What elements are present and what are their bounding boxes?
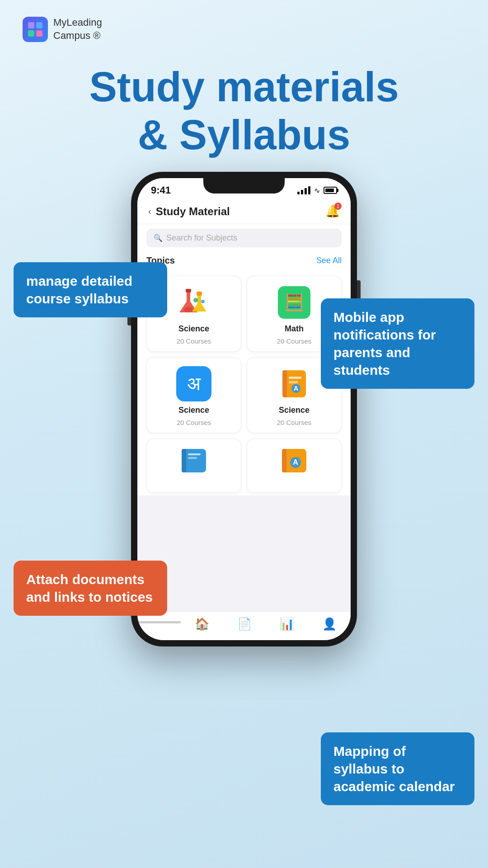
profile-icon: 👤 bbox=[322, 617, 337, 631]
svg-rect-13 bbox=[289, 377, 301, 379]
svg-rect-19 bbox=[188, 453, 201, 455]
tooltip-attach: Attach documents and links to notices bbox=[14, 561, 167, 616]
search-input-wrap[interactable]: 🔍 Search for Subjects bbox=[146, 229, 342, 247]
logo-icon bbox=[23, 17, 48, 42]
card-name-book: Science bbox=[279, 406, 310, 415]
nav-home[interactable]: 🏠 bbox=[195, 617, 209, 631]
phone-screen: 9:41 ∿ bbox=[137, 178, 351, 640]
nav-profile[interactable]: 👤 bbox=[322, 617, 337, 631]
tooltip-mobile: Mobile app notifications for parents and… bbox=[321, 298, 474, 389]
document-icon: 📄 bbox=[237, 617, 252, 631]
battery-icon bbox=[324, 187, 337, 194]
bluebook-icon-area bbox=[176, 447, 212, 474]
home-icon: 🏠 bbox=[195, 617, 209, 631]
svg-rect-5 bbox=[186, 289, 191, 292]
topics-section: Topics See All bbox=[137, 253, 351, 276]
svg-rect-20 bbox=[188, 457, 197, 459]
see-all-button[interactable]: See All bbox=[316, 256, 342, 265]
app-header-left: ‹ Study Material bbox=[148, 205, 230, 218]
svg-text:A: A bbox=[293, 458, 298, 466]
phone-notch bbox=[203, 178, 285, 193]
card-count-hindi: 20 Courses bbox=[177, 419, 211, 426]
card-name-math: Math bbox=[285, 324, 304, 334]
svg-rect-12 bbox=[282, 370, 287, 397]
svg-rect-1 bbox=[36, 22, 42, 28]
flask-icon-area bbox=[176, 284, 212, 321]
svg-rect-0 bbox=[28, 22, 34, 28]
subject-card-book2[interactable]: A bbox=[247, 439, 342, 493]
svg-rect-8 bbox=[197, 292, 202, 296]
logo-text: MyLeading Campus ® bbox=[53, 16, 102, 42]
book-icon-area: A bbox=[276, 366, 312, 402]
card-count-book: 20 Courses bbox=[277, 419, 312, 426]
tooltip-mapping: Mapping of syllabus to academic calendar bbox=[321, 732, 474, 805]
svg-rect-2 bbox=[28, 30, 34, 37]
bottom-nav: 🏠 📄 📊 👤 bbox=[137, 611, 351, 640]
subject-card-bluebook[interactable] bbox=[146, 439, 241, 493]
cards-grid-row1: Science 20 Courses 🧮 Math 20 Courses bbox=[137, 276, 351, 357]
hindi-icon: अ bbox=[176, 366, 211, 401]
cards-grid-row2: अ Science 20 Courses bbox=[137, 357, 351, 439]
cards-grid-row3: A bbox=[137, 439, 351, 495]
svg-rect-3 bbox=[36, 30, 42, 37]
svg-rect-18 bbox=[182, 449, 186, 472]
hindi-icon-area: अ bbox=[176, 366, 212, 402]
chart-icon: 📊 bbox=[280, 617, 294, 631]
svg-point-6 bbox=[184, 307, 193, 312]
search-icon: 🔍 bbox=[154, 234, 163, 242]
book2-icon-area: A bbox=[276, 447, 312, 474]
svg-text:A: A bbox=[294, 385, 298, 392]
notification-bell-button[interactable]: 🔔 1 bbox=[325, 204, 340, 218]
svg-point-10 bbox=[201, 300, 205, 303]
svg-point-9 bbox=[193, 298, 198, 302]
nav-documents[interactable]: 📄 bbox=[237, 617, 252, 631]
search-placeholder: Search for Subjects bbox=[166, 233, 237, 243]
heading-text: Study materials & Syllabus bbox=[0, 63, 488, 159]
notification-badge: 1 bbox=[334, 203, 342, 210]
scroll-indicator bbox=[137, 621, 181, 623]
card-name-science-1: Science bbox=[178, 324, 209, 334]
status-time: 9:41 bbox=[151, 184, 171, 196]
subject-card-hindi[interactable]: अ Science 20 Courses bbox=[146, 357, 241, 433]
app-header: ‹ Study Material 🔔 1 bbox=[137, 199, 351, 224]
card-count-science-1: 20 Courses bbox=[177, 337, 211, 345]
search-bar: 🔍 Search for Subjects bbox=[137, 224, 351, 253]
status-icons: ∿ bbox=[297, 186, 337, 195]
calc-icon-area: 🧮 bbox=[276, 284, 312, 321]
back-button[interactable]: ‹ bbox=[148, 206, 151, 217]
tooltip-manage: manage detailed course syllabus bbox=[14, 262, 167, 317]
card-count-math: 20 Courses bbox=[277, 337, 312, 345]
app-title: Study Material bbox=[156, 205, 230, 218]
svg-rect-14 bbox=[289, 381, 298, 383]
wifi-icon: ∿ bbox=[314, 186, 320, 195]
logo-area: MyLeading Campus ® bbox=[23, 16, 102, 42]
main-heading: Study materials & Syllabus bbox=[0, 63, 488, 159]
nav-charts[interactable]: 📊 bbox=[280, 617, 294, 631]
signal-icon bbox=[297, 186, 310, 194]
card-name-hindi: Science bbox=[178, 406, 209, 415]
svg-rect-22 bbox=[282, 449, 286, 472]
svg-marker-7 bbox=[192, 294, 206, 311]
